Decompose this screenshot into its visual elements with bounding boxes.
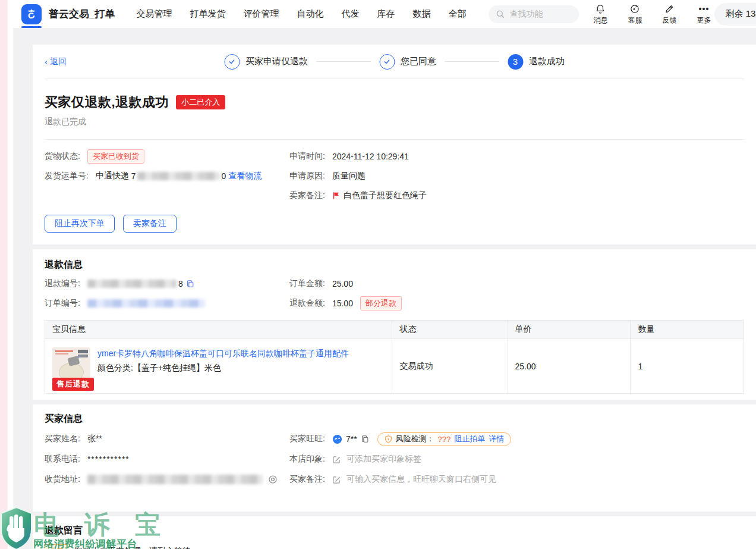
refund-no-redacted (87, 280, 177, 288)
step2-label: 您已同意 (401, 56, 436, 67)
messages-button[interactable]: 消息 (590, 3, 611, 26)
nav-item-dropship[interactable]: 代发 (341, 8, 359, 20)
seller-note-button[interactable]: 卖家备注 (123, 215, 177, 233)
app-title: 普云交易_打单 (49, 7, 115, 21)
impression-label: 本店印象: (289, 454, 325, 465)
apply-reason-label: 申请原因: (289, 171, 325, 181)
col-header-item: 宝贝信息 (45, 321, 392, 339)
goods-status-badge: 买家已收到货 (87, 149, 144, 164)
red-flag-icon (332, 192, 341, 200)
unit-price-cell: 25.00 (508, 339, 631, 394)
tracking-prefix: 7 (131, 171, 136, 181)
col-header-price: 单价 (508, 321, 631, 339)
address-label: 收货地址: (45, 474, 80, 485)
customer-service-button[interactable]: 客服 (624, 3, 645, 26)
product-image[interactable]: 售后退款 (52, 347, 90, 385)
risk-label: 风险检测： (396, 434, 434, 444)
risk-detail-link[interactable]: 详情 (489, 434, 504, 444)
divider (45, 79, 744, 79)
step3-label: 退款成功 (529, 56, 565, 67)
product-spec: 颜色分类:【盖子+纯色挂绳】米色 (97, 363, 349, 374)
step-connector (316, 61, 371, 62)
order-no-label: 订单编号: (45, 298, 80, 309)
block-order-link[interactable]: 阻止拍单 (454, 434, 485, 444)
wangwang-icon (332, 434, 342, 444)
refund-info-title: 退款信息 (45, 259, 744, 271)
wangwang-label: 买家旺旺: (289, 434, 325, 444)
refund-no-label: 退款编号: (45, 278, 80, 289)
order-amount-label: 订单金额: (289, 278, 325, 289)
shipping-carrier: 中通快递 (96, 171, 129, 181)
step1-label: 买家申请仅退款 (245, 56, 308, 67)
risk-check-pill: 风险检测：??? 阻止拍单 详情 (377, 432, 512, 446)
edit-icon (332, 455, 341, 464)
apply-time-label: 申请时间: (289, 151, 325, 162)
shipping-no-label: 发货运单号: (45, 171, 89, 181)
refund-overview-card: ‹ 返回 买家申请仅退款 您已同意 3 (33, 45, 756, 244)
screen: 普云交易_打单 交易管理 打单发货 评价管理 自动化 代发 库存 数据 全部 查… (0, 0, 756, 549)
refund-message-text: 客服小二正在处理，请耐心等待。 (74, 546, 199, 549)
page-title: 买家仅退款,退款成功 (45, 93, 169, 111)
copy-refund-no-button[interactable] (186, 280, 194, 288)
item-table-header-row: 宝贝信息 状态 单价 数量 (45, 321, 744, 339)
buyer-name-label: 买家姓名: (45, 434, 80, 444)
step1-check-icon (224, 54, 240, 70)
apply-reason-value: 质量问题 (332, 171, 366, 181)
show-address-button[interactable] (268, 475, 278, 484)
risk-value: ??? (438, 435, 451, 444)
left-edge-strip (0, 0, 8, 549)
more-button[interactable]: ••• 更多 (693, 3, 714, 26)
refund-amount-label: 退款金额: (289, 298, 325, 309)
more-dots-icon: ••• (693, 3, 714, 15)
main-area: 普云交易_打单 交易管理 打单发货 评价管理 自动化 代发 库存 数据 全部 查… (13, 0, 756, 549)
nav-item-review[interactable]: 评价管理 (243, 8, 279, 20)
buyer-note-label: 买家备注: (289, 474, 325, 485)
navbar-icon-actions: 消息 客服 反馈 (590, 3, 714, 26)
buyer-info-card: 买家信息 买家姓名: 张** 联系电话: *********** 收货地址: (33, 404, 756, 512)
progress-steps: 买家申请仅退款 您已同意 3 退款成功 (224, 54, 565, 70)
add-impression-button[interactable] (332, 455, 341, 464)
impression-placeholder: 可添加买家印象标签 (346, 454, 421, 465)
service-icon (624, 3, 645, 15)
product-title-link[interactable]: ymer卡罗特八角咖啡保温杯盖可口可乐联名同款咖啡杯盖子通用配件 (97, 347, 349, 359)
nav-item-trade[interactable]: 交易管理 (136, 8, 172, 20)
nav-item-automation[interactable]: 自动化 (297, 8, 323, 20)
edit-buyer-note-button[interactable] (332, 475, 341, 484)
risk-shield-icon (385, 435, 392, 443)
back-arrow-icon: ‹ (45, 57, 48, 66)
copy-icon (361, 435, 369, 443)
nav-item-all[interactable]: 全部 (448, 8, 466, 20)
bell-icon (590, 3, 611, 15)
refund-info-card: 退款信息 退款编号: 8 (33, 249, 756, 400)
main-nav: 交易管理 打单发货 评价管理 自动化 代发 库存 数据 全部 (136, 8, 466, 20)
buyer-info-title: 买家信息 (45, 413, 744, 425)
after-sale-refund-badge: 售后退款 (52, 378, 94, 391)
order-status-cell: 交易成功 (392, 339, 508, 394)
copy-icon (186, 280, 194, 288)
page-body: ‹ 返回 买家申请仅退款 您已同意 3 (13, 28, 756, 549)
goods-status-label: 货物状态: (45, 151, 80, 162)
app-logo-icon[interactable] (21, 4, 42, 24)
order-no-redacted (87, 299, 205, 308)
feedback-button[interactable]: 反馈 (659, 3, 680, 26)
nav-item-print-ship[interactable]: 打单发货 (190, 8, 225, 20)
phone-label: 联系电话: (45, 454, 80, 465)
item-table: 宝贝信息 状态 单价 数量 (45, 320, 744, 394)
wangwang-value: 7** (346, 434, 357, 444)
block-reorder-button[interactable]: 阻止再次下单 (45, 215, 115, 233)
refund-message-title: 退款留言 (45, 525, 744, 537)
search-input[interactable]: 查找功能 (489, 5, 579, 23)
eye-icon (268, 475, 278, 484)
nav-item-inventory[interactable]: 库存 (377, 8, 395, 20)
copy-wangwang-button[interactable] (361, 435, 369, 443)
edit-icon (332, 475, 341, 484)
partial-refund-badge: 部分退款 (360, 296, 402, 310)
buyer-note-placeholder: 可输入买家信息，旺旺聊天窗口右侧可见 (346, 474, 496, 485)
back-link[interactable]: ‹ 返回 (45, 57, 67, 67)
buyer-name-value: 张** (87, 434, 102, 444)
view-logistics-link[interactable]: 查看物流 (228, 171, 262, 181)
left-white-gap (8, 0, 13, 549)
intervention-badge: 小二已介入 (176, 95, 225, 109)
nav-item-data[interactable]: 数据 (412, 8, 430, 20)
quantity-cell: 1 (631, 339, 744, 394)
